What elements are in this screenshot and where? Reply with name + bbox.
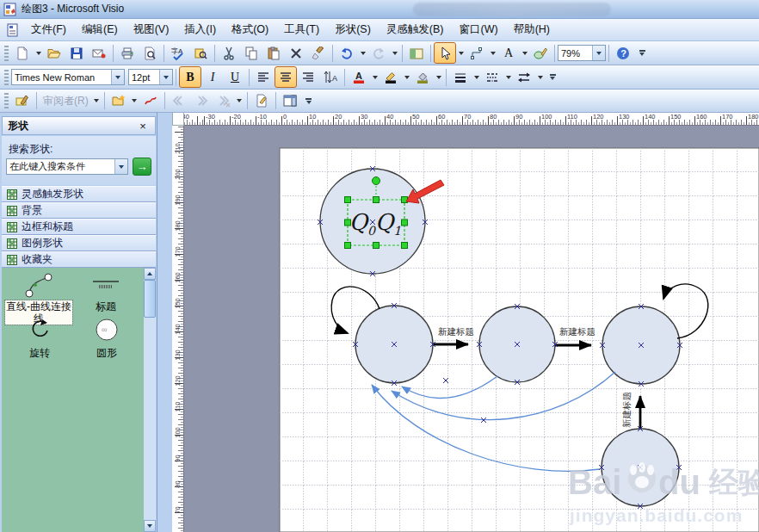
stencil-item-circle[interactable]: 圆形 (83, 347, 131, 359)
open-button[interactable] (44, 43, 65, 63)
show-markup-button[interactable] (251, 91, 272, 111)
zoom-combo[interactable]: 79% (558, 45, 606, 61)
menu-item-view[interactable]: 视图(V) (126, 20, 177, 40)
new-comment-dropdown[interactable] (130, 91, 139, 111)
new-comment-button[interactable] (108, 91, 129, 111)
toolbar-options-chevron[interactable] (636, 43, 648, 64)
rotation-handle[interactable] (373, 177, 380, 185)
scrollbar-thumb[interactable] (144, 280, 156, 318)
category-borders-titles[interactable]: 边框和标题 (2, 219, 156, 235)
connector-tool-dropdown[interactable] (488, 43, 497, 63)
menu-item-tools[interactable]: 工具(T) (276, 20, 327, 40)
font-color-dropdown[interactable] (370, 67, 380, 87)
line-ends-button[interactable] (514, 67, 534, 87)
new-document-button[interactable] (12, 43, 33, 63)
text-tool-dropdown[interactable] (520, 43, 529, 63)
email-button[interactable] (89, 43, 109, 63)
toolbar-grip[interactable] (4, 46, 9, 61)
line-weight-button[interactable] (450, 67, 471, 87)
menu-item-brainstorm[interactable]: 灵感触发(B) (379, 20, 452, 40)
zoom-dropdown[interactable] (592, 46, 605, 60)
connector-tool-button[interactable] (466, 43, 487, 63)
align-right-button[interactable] (298, 67, 318, 87)
font-name-dropdown[interactable] (111, 70, 124, 84)
font-name-combo[interactable]: Times New Roman (11, 69, 125, 85)
undo-button[interactable] (336, 43, 357, 63)
redo-dropdown[interactable] (390, 43, 399, 63)
redo-button[interactable] (368, 43, 389, 63)
save-button[interactable] (66, 43, 87, 63)
menu-item-shapes[interactable]: 形状(S) (327, 20, 379, 40)
print-preview-button[interactable] (139, 43, 160, 63)
state-text-q0q1[interactable]: Q0Q1 (349, 209, 402, 238)
paste-button[interactable] (263, 43, 284, 63)
toolbar-options-chevron[interactable] (546, 67, 558, 88)
menu-item-insert[interactable]: 插入(I) (176, 20, 224, 40)
next-markup-button[interactable] (191, 91, 212, 111)
category-backgrounds[interactable]: 背景 (2, 202, 156, 219)
title-bar[interactable]: 绘图3 - Microsoft Visio (0, 0, 759, 19)
undo-dropdown[interactable] (358, 43, 367, 63)
format-painter-button[interactable] (308, 43, 329, 63)
fill-color-button[interactable] (412, 67, 433, 87)
font-size-dropdown[interactable] (159, 70, 172, 84)
scroll-down-button[interactable] (144, 520, 156, 532)
category-brainstorming-shapes[interactable]: 灵感触发形状 (2, 186, 156, 202)
shape-search-input[interactable]: 在此键入搜索条件 (6, 158, 128, 175)
pointer-tool-dropdown[interactable] (456, 43, 466, 63)
stencil-item-rotate[interactable]: 旋转 (15, 347, 64, 359)
stencil-scrollbar[interactable] (144, 268, 156, 532)
font-color-button[interactable]: A (349, 67, 369, 87)
toolbar-options-chevron[interactable] (303, 90, 315, 111)
new-document-dropdown[interactable] (34, 43, 43, 63)
transition-label-3[interactable]: 新建标题 (621, 392, 632, 428)
copy-button[interactable] (241, 43, 262, 63)
search-go-button[interactable]: → (133, 158, 151, 176)
cut-button[interactable] (219, 43, 239, 63)
align-left-button[interactable] (253, 67, 274, 87)
ink-tool-button[interactable] (140, 91, 161, 111)
search-history-dropdown[interactable] (114, 159, 127, 174)
delete-markup-button[interactable] (213, 91, 234, 111)
align-center-button[interactable] (275, 67, 296, 87)
category-legend-shapes[interactable]: 图例形状 (2, 235, 156, 251)
reviewer-dropdown-label[interactable]: 审阅者(R) (40, 94, 92, 108)
menu-item-edit[interactable]: 编辑(E) (74, 20, 126, 40)
transition-label-2[interactable]: 新建标题 (559, 326, 595, 337)
line-weight-dropdown[interactable] (472, 67, 481, 87)
underline-button[interactable]: U (225, 67, 245, 87)
delete-markup-dropdown[interactable] (235, 91, 244, 111)
shapes-panel-header[interactable]: 形状 × (2, 116, 156, 135)
menu-item-format[interactable]: 格式(O) (224, 20, 276, 40)
delete-button[interactable] (286, 43, 306, 63)
text-tool-button[interactable]: A (498, 43, 519, 63)
stencil-item-title[interactable]: 标题 (81, 300, 131, 312)
fill-color-dropdown[interactable] (434, 67, 443, 87)
help-button[interactable]: ? (613, 43, 633, 63)
font-size-combo[interactable]: 12pt (128, 69, 173, 85)
bold-button[interactable]: B (180, 67, 201, 87)
line-pattern-button[interactable] (482, 67, 503, 87)
toolbar-grip[interactable] (4, 93, 9, 108)
category-favorites[interactable]: 收藏夹 (2, 251, 156, 268)
drawing-page[interactable]: 新建标题 新建标题 新建标题 (184, 126, 759, 532)
vertical-align-button[interactable]: A (320, 67, 341, 87)
line-color-dropdown[interactable] (402, 67, 411, 87)
menu-item-file[interactable]: 文件(F) (23, 20, 74, 40)
track-markup-button[interactable] (12, 91, 33, 111)
drawing-tool-button[interactable] (530, 43, 551, 63)
close-icon[interactable]: × (136, 120, 150, 133)
previous-markup-button[interactable] (169, 91, 189, 111)
spelling-button[interactable]: 字A (168, 43, 188, 63)
research-button[interactable] (190, 43, 211, 63)
scroll-up-button[interactable] (144, 268, 156, 280)
print-button[interactable] (117, 43, 138, 63)
italic-button[interactable]: I (202, 67, 223, 87)
pointer-tool-button[interactable] (435, 43, 455, 63)
menu-item-window[interactable]: 窗口(W) (452, 20, 506, 40)
line-color-button[interactable] (380, 67, 401, 87)
shapes-window-button[interactable] (406, 43, 427, 63)
menu-item-help[interactable]: 帮助(H) (506, 20, 558, 40)
toolbar-grip[interactable] (4, 70, 9, 85)
line-ends-dropdown[interactable] (535, 67, 545, 87)
